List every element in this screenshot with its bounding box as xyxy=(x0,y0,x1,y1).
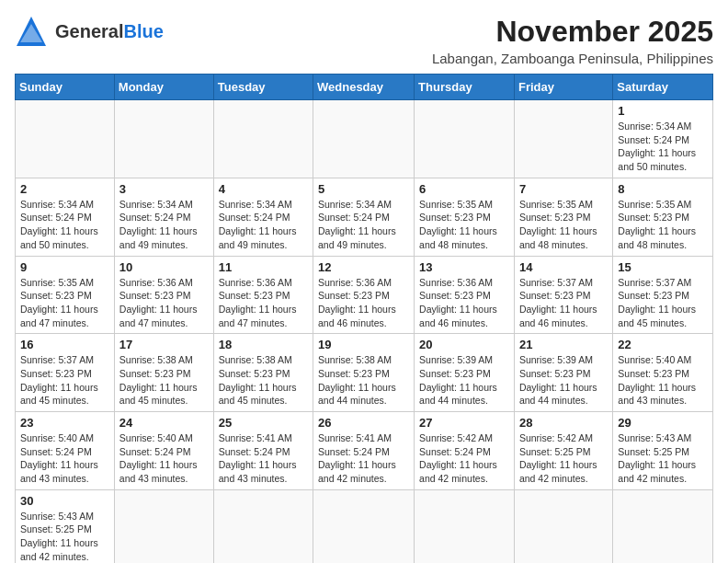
calendar-cell: 11Sunrise: 5:36 AM Sunset: 5:23 PM Dayli… xyxy=(213,256,313,334)
col-friday: Friday xyxy=(514,75,612,100)
col-saturday: Saturday xyxy=(613,75,713,100)
day-number: 12 xyxy=(318,260,409,274)
day-info: Sunrise: 5:34 AM Sunset: 5:24 PM Dayligh… xyxy=(318,198,409,252)
day-number: 27 xyxy=(419,416,509,430)
day-info: Sunrise: 5:43 AM Sunset: 5:25 PM Dayligh… xyxy=(618,431,708,486)
day-number: 23 xyxy=(20,416,109,430)
calendar-cell xyxy=(514,489,612,563)
day-number: 28 xyxy=(519,416,608,430)
day-number: 18 xyxy=(219,338,308,351)
day-number: 22 xyxy=(618,338,708,351)
day-number: 29 xyxy=(618,416,708,430)
day-number: 2 xyxy=(20,182,109,196)
day-number: 20 xyxy=(419,338,509,351)
logo-text: GeneralBlue xyxy=(55,21,164,41)
day-info: Sunrise: 5:40 AM Sunset: 5:23 PM Dayligh… xyxy=(618,353,708,408)
logo-icon xyxy=(15,15,48,48)
calendar-cell: 13Sunrise: 5:36 AM Sunset: 5:23 PM Dayli… xyxy=(415,256,515,334)
calendar-cell xyxy=(114,100,213,178)
day-info: Sunrise: 5:36 AM Sunset: 5:23 PM Dayligh… xyxy=(219,276,308,330)
day-number: 25 xyxy=(219,416,308,430)
calendar-cell xyxy=(514,100,612,178)
calendar-cell: 28Sunrise: 5:42 AM Sunset: 5:25 PM Dayli… xyxy=(514,412,612,490)
day-number: 17 xyxy=(119,338,209,351)
day-info: Sunrise: 5:36 AM Sunset: 5:23 PM Dayligh… xyxy=(318,276,409,330)
calendar-cell xyxy=(16,100,115,178)
calendar-week-row: 1Sunrise: 5:34 AM Sunset: 5:24 PM Daylig… xyxy=(16,100,713,178)
calendar-cell: 16Sunrise: 5:37 AM Sunset: 5:23 PM Dayli… xyxy=(16,334,115,412)
calendar-cell: 7Sunrise: 5:35 AM Sunset: 5:23 PM Daylig… xyxy=(514,178,612,256)
day-info: Sunrise: 5:34 AM Sunset: 5:24 PM Dayligh… xyxy=(618,120,708,174)
day-number: 3 xyxy=(119,182,209,196)
day-number: 7 xyxy=(519,182,608,196)
day-number: 1 xyxy=(618,104,708,118)
day-number: 8 xyxy=(618,182,708,196)
day-info: Sunrise: 5:39 AM Sunset: 5:23 PM Dayligh… xyxy=(519,353,608,408)
calendar-cell: 12Sunrise: 5:36 AM Sunset: 5:23 PM Dayli… xyxy=(313,256,415,334)
day-info: Sunrise: 5:37 AM Sunset: 5:23 PM Dayligh… xyxy=(519,276,608,330)
location: Labangan, Zamboanga Peninsula, Philippin… xyxy=(432,51,713,66)
calendar-cell xyxy=(313,489,415,563)
day-info: Sunrise: 5:35 AM Sunset: 5:23 PM Dayligh… xyxy=(20,276,109,330)
day-number: 10 xyxy=(119,260,209,274)
calendar-cell: 1Sunrise: 5:34 AM Sunset: 5:24 PM Daylig… xyxy=(613,100,713,178)
calendar-cell: 21Sunrise: 5:39 AM Sunset: 5:23 PM Dayli… xyxy=(514,334,612,412)
day-number: 4 xyxy=(219,182,308,196)
calendar-cell xyxy=(313,100,415,178)
calendar-cell: 10Sunrise: 5:36 AM Sunset: 5:23 PM Dayli… xyxy=(114,256,213,334)
day-info: Sunrise: 5:34 AM Sunset: 5:24 PM Dayligh… xyxy=(20,198,109,252)
calendar-cell: 25Sunrise: 5:41 AM Sunset: 5:24 PM Dayli… xyxy=(213,412,313,490)
day-info: Sunrise: 5:40 AM Sunset: 5:24 PM Dayligh… xyxy=(119,431,209,486)
calendar-table: Sunday Monday Tuesday Wednesday Thursday… xyxy=(15,74,713,563)
day-info: Sunrise: 5:35 AM Sunset: 5:23 PM Dayligh… xyxy=(419,198,509,252)
day-number: 14 xyxy=(519,260,608,274)
day-info: Sunrise: 5:42 AM Sunset: 5:25 PM Dayligh… xyxy=(519,431,608,486)
calendar-cell xyxy=(613,489,713,563)
calendar-cell: 29Sunrise: 5:43 AM Sunset: 5:25 PM Dayli… xyxy=(613,412,713,490)
page-header: GeneralBlue November 2025 Labangan, Zamb… xyxy=(15,15,713,66)
col-wednesday: Wednesday xyxy=(313,75,415,100)
day-info: Sunrise: 5:41 AM Sunset: 5:24 PM Dayligh… xyxy=(318,431,409,486)
col-monday: Monday xyxy=(114,75,213,100)
calendar-cell: 27Sunrise: 5:42 AM Sunset: 5:24 PM Dayli… xyxy=(415,412,515,490)
day-number: 6 xyxy=(419,182,509,196)
day-number: 11 xyxy=(219,260,308,274)
calendar-cell xyxy=(415,100,515,178)
day-number: 13 xyxy=(419,260,509,274)
day-info: Sunrise: 5:40 AM Sunset: 5:24 PM Dayligh… xyxy=(20,431,109,486)
calendar-cell: 2Sunrise: 5:34 AM Sunset: 5:24 PM Daylig… xyxy=(16,178,115,256)
day-info: Sunrise: 5:38 AM Sunset: 5:23 PM Dayligh… xyxy=(318,353,409,408)
calendar-cell: 5Sunrise: 5:34 AM Sunset: 5:24 PM Daylig… xyxy=(313,178,415,256)
day-info: Sunrise: 5:35 AM Sunset: 5:23 PM Dayligh… xyxy=(618,198,708,252)
col-tuesday: Tuesday xyxy=(213,75,313,100)
title-section: November 2025 Labangan, Zamboanga Penins… xyxy=(432,15,713,66)
day-number: 24 xyxy=(119,416,209,430)
calendar-cell: 9Sunrise: 5:35 AM Sunset: 5:23 PM Daylig… xyxy=(16,256,115,334)
calendar-cell xyxy=(114,489,213,563)
day-number: 30 xyxy=(20,494,109,508)
col-sunday: Sunday xyxy=(16,75,115,100)
calendar-cell xyxy=(415,489,515,563)
calendar-cell: 19Sunrise: 5:38 AM Sunset: 5:23 PM Dayli… xyxy=(313,334,415,412)
day-number: 15 xyxy=(618,260,708,274)
calendar-cell: 8Sunrise: 5:35 AM Sunset: 5:23 PM Daylig… xyxy=(613,178,713,256)
day-number: 21 xyxy=(519,338,608,351)
calendar-cell: 4Sunrise: 5:34 AM Sunset: 5:24 PM Daylig… xyxy=(213,178,313,256)
calendar-cell xyxy=(213,100,313,178)
day-number: 16 xyxy=(20,338,109,351)
calendar-week-row: 23Sunrise: 5:40 AM Sunset: 5:24 PM Dayli… xyxy=(16,412,713,490)
calendar-cell: 14Sunrise: 5:37 AM Sunset: 5:23 PM Dayli… xyxy=(514,256,612,334)
day-info: Sunrise: 5:35 AM Sunset: 5:23 PM Dayligh… xyxy=(519,198,608,252)
day-number: 9 xyxy=(20,260,109,274)
calendar-cell: 23Sunrise: 5:40 AM Sunset: 5:24 PM Dayli… xyxy=(16,412,115,490)
day-info: Sunrise: 5:41 AM Sunset: 5:24 PM Dayligh… xyxy=(219,431,308,486)
day-number: 5 xyxy=(318,182,409,196)
calendar-header-row: Sunday Monday Tuesday Wednesday Thursday… xyxy=(16,75,713,100)
calendar-cell: 22Sunrise: 5:40 AM Sunset: 5:23 PM Dayli… xyxy=(613,334,713,412)
day-info: Sunrise: 5:38 AM Sunset: 5:23 PM Dayligh… xyxy=(219,353,308,408)
col-thursday: Thursday xyxy=(415,75,515,100)
calendar-cell: 24Sunrise: 5:40 AM Sunset: 5:24 PM Dayli… xyxy=(114,412,213,490)
day-info: Sunrise: 5:42 AM Sunset: 5:24 PM Dayligh… xyxy=(419,431,509,486)
calendar-week-row: 9Sunrise: 5:35 AM Sunset: 5:23 PM Daylig… xyxy=(16,256,713,334)
calendar-cell: 15Sunrise: 5:37 AM Sunset: 5:23 PM Dayli… xyxy=(613,256,713,334)
